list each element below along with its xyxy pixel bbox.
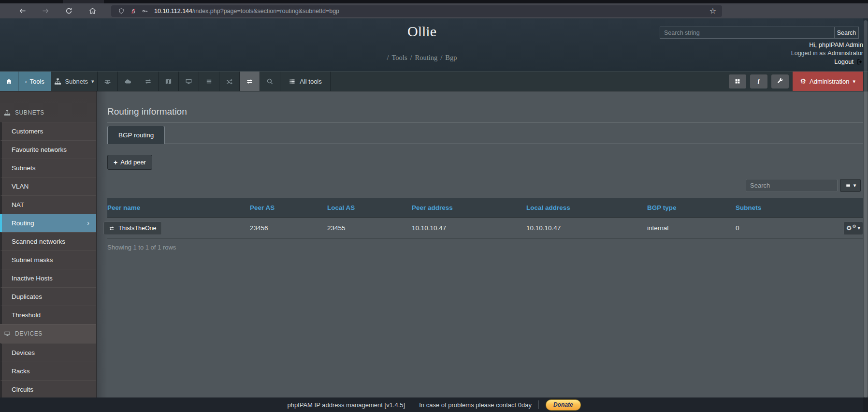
logged-in-as: Logged in asAdministrator xyxy=(791,50,863,57)
nav-all-tools-button[interactable]: All tools xyxy=(280,72,331,91)
logout-label[interactable]: Logout xyxy=(834,58,854,65)
sidebar-item-routing[interactable]: Routing› xyxy=(0,214,96,232)
logout-link[interactable]: Logout xyxy=(834,58,863,65)
column-header-local-address[interactable]: Local address xyxy=(526,204,647,211)
list-icon xyxy=(845,182,851,189)
browser-scrollbar[interactable] xyxy=(863,18,868,412)
column-header-peer-address[interactable]: Peer address xyxy=(412,204,526,211)
peer-name-button[interactable]: ThisIsTheOne xyxy=(103,221,162,235)
nav-home-button[interactable] xyxy=(0,72,18,91)
forward-icon[interactable] xyxy=(42,7,50,15)
sidebar-item-racks[interactable]: Racks xyxy=(0,362,96,380)
back-icon[interactable] xyxy=(18,7,27,15)
grid-icon xyxy=(734,78,741,85)
browser-home-icon[interactable] xyxy=(88,7,97,15)
add-peer-button[interactable]: +Add peer xyxy=(107,155,152,170)
breadcrumb-tools[interactable]: Tools xyxy=(392,54,407,61)
nav-cloud-button[interactable] xyxy=(118,72,138,91)
caret-down-icon: ▾ xyxy=(91,79,94,84)
header-search-button[interactable]: Search xyxy=(834,27,859,39)
nav-vlan-button[interactable] xyxy=(159,72,179,91)
nav-routing-button-active[interactable] xyxy=(240,72,260,91)
cell-local-as: 23455 xyxy=(327,224,412,232)
sidebar-item-scanned-networks[interactable]: Scanned networks xyxy=(0,232,96,250)
gears-icon-small: ⚙ xyxy=(853,224,856,229)
tab-divider xyxy=(107,144,863,144)
insecure-lock-icon[interactable] xyxy=(130,8,137,15)
column-header-subnets[interactable]: Subnets xyxy=(736,204,835,211)
browser-tab-strip xyxy=(0,0,868,3)
sidebar-item-duplicates[interactable]: Duplicates xyxy=(0,287,96,306)
sidebar-item-subnets[interactable]: Subnets xyxy=(0,159,96,177)
sidebar-item-vlan[interactable]: VLAN xyxy=(0,177,96,195)
cell-actions: ⚙⚙▾ xyxy=(835,221,863,235)
reload-icon[interactable] xyxy=(65,7,73,15)
sidebar-item-subnet-masks[interactable]: Subnet masks xyxy=(0,250,96,269)
header-search-input[interactable] xyxy=(660,27,835,39)
bookmark-star-icon[interactable]: ☆ xyxy=(709,7,716,15)
column-header-local-as[interactable]: Local AS xyxy=(327,204,412,211)
nav-customers-button[interactable] xyxy=(98,72,118,91)
nav-search-button[interactable] xyxy=(260,72,280,91)
column-header-peer-name[interactable]: Peer name xyxy=(107,204,250,211)
browser-tab xyxy=(63,0,104,3)
column-header-bgp-type[interactable]: BGP type xyxy=(647,204,736,211)
footer-divider xyxy=(412,400,412,409)
sidebar-item-circuits[interactable]: Circuits xyxy=(0,380,96,398)
shield-icon[interactable] xyxy=(118,8,125,15)
map-icon xyxy=(165,78,172,85)
exchange-icon xyxy=(246,78,253,85)
nav-subnets-dropdown[interactable]: Subnets▾ xyxy=(51,72,98,91)
sidebar-section-title: DEVICES xyxy=(15,330,43,337)
sidebar-section-subnets: SUBNETS xyxy=(0,103,96,122)
nav-vrf-button[interactable] xyxy=(199,72,219,91)
nav-tools-button[interactable]: ›Tools xyxy=(18,72,51,91)
shuffle-icon xyxy=(226,78,233,85)
desktop-icon xyxy=(185,78,192,85)
gears-icon: ⚙ xyxy=(846,225,852,231)
url-text: 10.10.112.144/index.php?page=tools&secti… xyxy=(154,8,339,15)
breadcrumb-bgp[interactable]: Bgp xyxy=(445,54,457,61)
wrench-icon xyxy=(777,78,783,85)
nav-devices-button[interactable] xyxy=(179,72,199,91)
nav-nat-button[interactable] xyxy=(138,72,159,91)
sidebar-item-threshold[interactable]: Threshold xyxy=(0,306,96,324)
sidebar-item-nat[interactable]: NAT xyxy=(0,195,96,214)
lines-icon xyxy=(205,78,213,85)
key-icon[interactable] xyxy=(142,8,148,15)
footer-divider xyxy=(538,400,539,409)
breadcrumb-routing[interactable]: Routing xyxy=(415,54,438,61)
footer-version-text[interactable]: phpIPAM IP address management [v1.4.5] xyxy=(287,401,405,409)
sidebar-item-inactive-hosts[interactable]: Inactive Hosts xyxy=(0,269,96,287)
url-bar[interactable]: 10.10.112.144/index.php?page=tools&secti… xyxy=(111,5,722,17)
nav-all-tools-label: All tools xyxy=(300,78,322,85)
table-search-input[interactable] xyxy=(746,179,838,192)
gear-icon: ⚙ xyxy=(800,78,807,85)
search-icon xyxy=(266,78,274,85)
tab-bgp-routing[interactable]: BGP routing xyxy=(107,126,165,144)
sidebar-item-devices[interactable]: Devices xyxy=(0,343,96,362)
url-path: /index.php?page=tools&section=routing&su… xyxy=(192,8,339,15)
scrollbar-thumb[interactable] xyxy=(864,20,868,397)
tools-wrench-button[interactable] xyxy=(771,74,789,88)
column-header-peer-as[interactable]: Peer AS xyxy=(250,204,327,211)
cloud-icon xyxy=(124,78,131,85)
users-icon xyxy=(104,78,111,85)
footer: phpIPAM IP address management [v1.4.5] I… xyxy=(0,397,868,412)
sidebar-content-gap xyxy=(97,91,107,397)
main-navbar: ›Tools Subnets▾ All tools i ⚙Administrat… xyxy=(0,71,868,91)
nav-nat-random-button[interactable] xyxy=(219,72,240,91)
sitemap-icon xyxy=(54,78,61,85)
title-divider xyxy=(107,122,863,123)
donate-button[interactable]: Donate xyxy=(546,399,581,411)
navbar-right-group: i ⚙Administration▾ xyxy=(729,72,868,91)
info-icon: i xyxy=(757,77,759,86)
info-button[interactable]: i xyxy=(750,74,767,88)
sidebar-item-label: Routing xyxy=(12,220,34,227)
sidebar-item-customers[interactable]: Customers xyxy=(0,122,96,140)
administration-dropdown[interactable]: ⚙Administration▾ xyxy=(793,72,863,91)
sidebar-item-favourite-networks[interactable]: Favourite networks xyxy=(0,140,96,159)
table-columns-button[interactable]: ▾ xyxy=(840,179,861,192)
row-actions-dropdown[interactable]: ⚙⚙▾ xyxy=(843,221,863,235)
dashboard-grid-button[interactable] xyxy=(729,74,746,88)
